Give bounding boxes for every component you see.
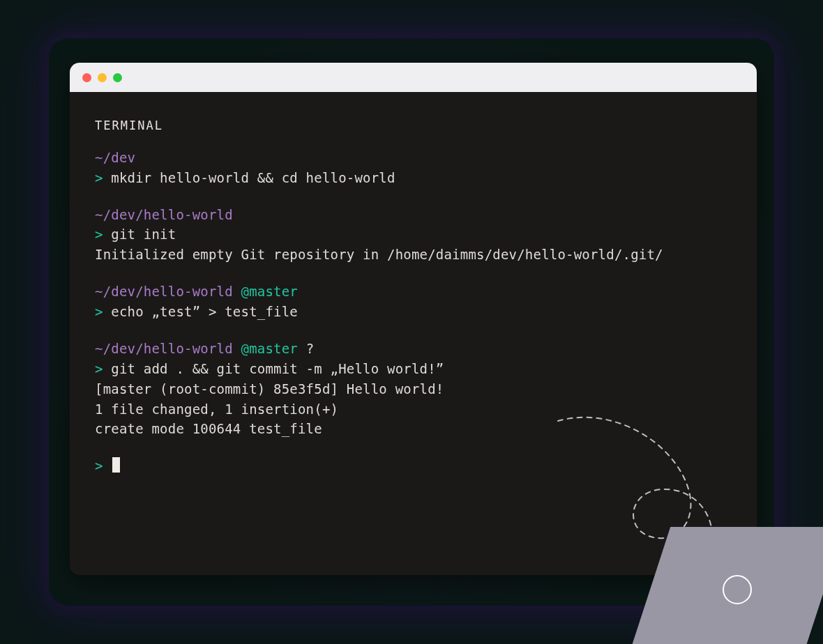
- circle-icon: [723, 575, 752, 604]
- terminal-window: TERMINAL ~/dev > mkdir hello-world && cd…: [70, 63, 757, 575]
- prompt-path: ~/dev/hello-world: [95, 341, 233, 356]
- prompt-path: ~/dev/hello-world: [95, 207, 233, 222]
- command-output: create mode 100644 test_file: [95, 419, 732, 439]
- terminal-block: ~/dev/hello-world @master ? > git add . …: [95, 339, 732, 439]
- command-text: echo „test” > test_file: [111, 304, 298, 319]
- prompt-symbol: >: [95, 227, 103, 242]
- terminal-prompt-line[interactable]: >: [95, 456, 732, 476]
- terminal-block: ~/dev/hello-world @master > echo „test” …: [95, 282, 732, 322]
- command-text: git add . && git commit -m „Hello world!…: [111, 361, 444, 376]
- terminal-block: ~/dev/hello-world > git init Initialized…: [95, 205, 732, 266]
- cursor-icon: [112, 457, 120, 473]
- command-output: Initialized empty Git repository in /hom…: [95, 245, 732, 265]
- prompt-path: ~/dev: [95, 150, 135, 165]
- window-zoom-icon[interactable]: [113, 73, 122, 82]
- command-output: [master (root-commit) 85e3f5d] Hello wor…: [95, 379, 732, 399]
- window-titlebar: [70, 63, 757, 92]
- prompt-symbol: >: [95, 458, 103, 473]
- prompt-status: ?: [306, 341, 315, 356]
- window-minimize-icon[interactable]: [98, 73, 107, 82]
- prompt-symbol: >: [95, 304, 103, 319]
- prompt-branch: @master: [241, 284, 298, 299]
- terminal-body[interactable]: TERMINAL ~/dev > mkdir hello-world && cd…: [70, 92, 757, 501]
- terminal-label: TERMINAL: [95, 117, 732, 135]
- command-text: mkdir hello-world && cd hello-world: [111, 170, 395, 185]
- window-close-icon[interactable]: [82, 73, 91, 82]
- prompt-path: ~/dev/hello-world: [95, 284, 233, 299]
- command-text: git init: [111, 227, 176, 242]
- terminal-block: ~/dev > mkdir hello-world && cd hello-wo…: [95, 148, 732, 188]
- prompt-branch: @master: [241, 341, 298, 356]
- prompt-symbol: >: [95, 361, 103, 376]
- command-output: 1 file changed, 1 insertion(+): [95, 399, 732, 420]
- prompt-symbol: >: [95, 170, 103, 185]
